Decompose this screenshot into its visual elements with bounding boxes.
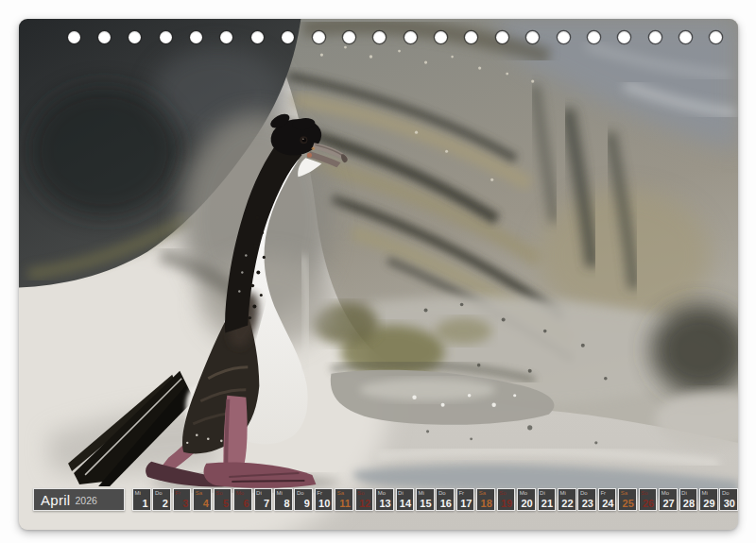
day-number: 15: [420, 499, 431, 509]
day-cell-30: Do30: [719, 488, 738, 511]
binding-hole: [465, 31, 477, 43]
binding-hole: [282, 31, 294, 43]
day-cell-20: Mo20: [517, 488, 536, 511]
day-cell-6: Mo6: [233, 488, 252, 511]
weekday-label: Do: [297, 490, 304, 496]
binding-hole: [558, 31, 570, 43]
binding-hole: [496, 31, 508, 43]
day-number: 13: [379, 499, 390, 509]
day-number: 19: [501, 499, 512, 509]
weekday-label: Mi: [277, 490, 283, 496]
calendar-strip: April 2026 Mi1Do2Fr3Sa4So5Mo6Di7Mi8Do9Fr…: [19, 488, 738, 513]
day-cell-23: Do23: [577, 488, 596, 511]
day-cell-3: Fr3: [173, 488, 192, 511]
weekday-label: Mo: [662, 490, 669, 496]
weekday-label: Mo: [520, 490, 527, 496]
day-cell-16: Do16: [436, 488, 455, 511]
weekday-label: So: [215, 490, 222, 496]
binding-hole: [98, 31, 111, 43]
photo-cormorant-on-beach: [19, 19, 738, 530]
weekday-label: Mi: [135, 490, 141, 496]
weekday-label: Mo: [236, 490, 244, 496]
weekday-label: Do: [438, 490, 446, 496]
day-cell-12: So12: [355, 488, 374, 511]
day-number: 16: [440, 499, 452, 509]
month-label: April: [41, 493, 71, 507]
day-cell-4: Sa4: [193, 488, 212, 511]
day-number: 24: [602, 499, 613, 509]
weekday-label: Sa: [337, 490, 344, 496]
day-number: 7: [264, 499, 269, 509]
binding-hole: [190, 31, 202, 43]
day-number: 8: [284, 499, 289, 509]
month-bar: April 2026: [33, 488, 125, 511]
weekday-label: Mi: [419, 490, 424, 496]
binding-hole: [129, 31, 141, 43]
day-cell-19: So19: [497, 488, 516, 511]
weekday-label: Sa: [479, 490, 486, 496]
day-cell-13: Mo13: [375, 488, 394, 511]
day-cell-7: Di7: [254, 488, 273, 511]
calendar-page: April 2026 Mi1Do2Fr3Sa4So5Mo6Di7Mi8Do9Fr…: [19, 19, 738, 530]
weekday-label: Mi: [560, 490, 566, 496]
day-number: 22: [561, 499, 573, 509]
day-number: 2: [163, 499, 168, 509]
binding-hole: [710, 31, 722, 43]
day-cell-8: Mi8: [274, 488, 293, 511]
day-number: 5: [223, 499, 229, 509]
binding-hole: [68, 31, 80, 43]
binding-hole: [251, 31, 264, 43]
weekday-label: So: [499, 490, 506, 496]
day-cell-10: Fr10: [315, 488, 334, 511]
binding-hole: [160, 31, 172, 43]
weekday-label: Do: [580, 490, 588, 496]
day-number: 26: [643, 499, 654, 509]
weekday-label: Di: [398, 490, 404, 496]
year-label: 2026: [76, 494, 97, 506]
day-number: 6: [244, 499, 249, 509]
day-cell-9: Do9: [294, 488, 313, 511]
day-number: 17: [460, 499, 472, 509]
weekday-label: Sa: [621, 490, 627, 496]
day-number: 9: [304, 499, 310, 509]
day-number: 11: [339, 499, 351, 509]
day-cell-17: Fr17: [456, 488, 475, 511]
day-number: 4: [203, 499, 209, 509]
day-number: 28: [683, 499, 695, 509]
day-cell-11: Sa11: [335, 488, 353, 511]
weekday-label: Do: [722, 490, 730, 496]
day-cell-15: Mi15: [416, 488, 435, 511]
day-number: 1: [142, 499, 147, 509]
day-number: 20: [521, 499, 532, 509]
day-cell-5: So5: [214, 488, 232, 511]
day-number: 21: [541, 499, 553, 509]
day-number: 30: [724, 499, 735, 509]
weekday-label: Mo: [378, 490, 386, 496]
day-number: 27: [662, 499, 674, 509]
weekday-label: Fr: [175, 490, 180, 496]
day-cell-29: Mi29: [699, 488, 718, 511]
day-number: 10: [318, 499, 330, 509]
binding-hole: [435, 31, 447, 43]
day-cell-14: Di14: [396, 488, 415, 511]
binding-hole: [588, 31, 600, 43]
day-cell-2: Do2: [152, 488, 171, 511]
day-number: 12: [359, 499, 370, 509]
weekday-label: Do: [155, 490, 163, 496]
weekday-label: So: [357, 490, 364, 496]
day-cell-1: Mi1: [132, 488, 151, 511]
binding-hole: [313, 31, 325, 43]
binding-hole: [343, 31, 355, 43]
day-number: 29: [703, 499, 714, 509]
day-cell-27: Mo27: [659, 488, 678, 511]
calendar-product-shot: April 2026 Mi1Do2Fr3Sa4So5Mo6Di7Mi8Do9Fr…: [0, 0, 756, 543]
spiral-binding: [19, 19, 738, 57]
day-cell-22: Mi22: [558, 488, 576, 511]
binding-hole: [220, 31, 232, 43]
binding-hole: [649, 31, 662, 43]
day-number: 18: [481, 499, 492, 509]
binding-hole: [373, 31, 386, 43]
binding-hole: [404, 31, 417, 43]
binding-hole: [679, 31, 692, 43]
day-number: 14: [400, 499, 411, 509]
